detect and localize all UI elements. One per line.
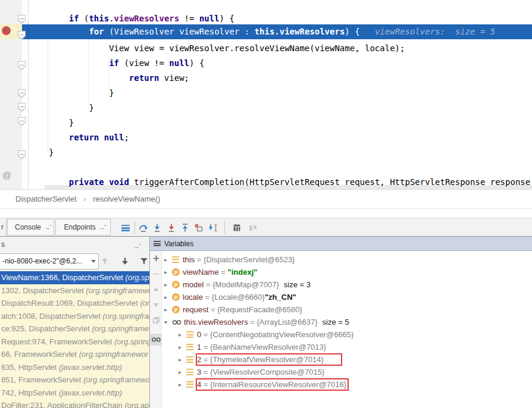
code-line: return view; (49, 73, 189, 84)
equals-sign: = (219, 268, 228, 277)
variable-row[interactable]: ▸plocale = {Locale@6660}"zh_CN" (162, 291, 532, 303)
breakpoint-icon[interactable] (2, 26, 11, 35)
stack-frame-row[interactable]: DispatchResult:1069, DispatcherServlet (… (0, 297, 149, 310)
chevron-icon[interactable]: ▸ (179, 331, 186, 338)
chevron-icon[interactable]: ▸ (179, 369, 186, 375)
chevron-icon[interactable]: ▾ (164, 319, 172, 325)
chevron-icon[interactable]: ▸ (179, 381, 186, 388)
variable-row[interactable]: ▸0 = {ContentNegotiatingViewResolver@666… (162, 328, 532, 341)
stack-frame-row[interactable]: ce:925, DispatcherServlet (org.springfra… (0, 322, 149, 335)
variables-menu-icon[interactable] (154, 241, 161, 246)
variable-name: 3 (197, 368, 201, 376)
move-up-button[interactable] (151, 284, 161, 294)
variable-row[interactable]: ▸prequest = {RequestFacade@6580} (162, 303, 532, 316)
add-watch-button[interactable] (151, 253, 161, 263)
pin-icon (99, 224, 106, 231)
code-line: } (49, 147, 54, 158)
variable-row[interactable]: ▸pmodel = {ModelMap@7007}size = 3 (162, 278, 532, 291)
tab-console[interactable]: Console (7, 219, 54, 236)
fold-marker-icon[interactable] (18, 103, 26, 112)
stack-frame-row[interactable]: 635, HttpServlet (javax.servlet.http) (0, 361, 149, 374)
tab-debugger-partial[interactable]: r (0, 219, 7, 236)
code-editor[interactable]: @ if (this.viewResolvers != null) { for … (0, 0, 532, 189)
stack-frame-row[interactable]: atch:1008, DispatcherServlet (org.spring… (0, 310, 149, 323)
tab-endpoints[interactable]: Endpoints (55, 219, 111, 236)
duplicate-button[interactable] (151, 315, 161, 325)
run-to-cursor-button[interactable] (208, 222, 218, 233)
stack-frame-row[interactable]: 1302, DispatcherServlet (org.springframe… (0, 284, 149, 297)
layout-settings-button[interactable] (248, 222, 258, 233)
variable-name: 2 (197, 355, 201, 364)
remove-watch-button[interactable] (151, 269, 161, 278)
step-out-icon (180, 223, 190, 233)
code-line: return null; (49, 132, 129, 143)
variable-row[interactable]: ▸2 = {ThymeleafViewResolver@7014} (162, 353, 532, 366)
breadcrumb-method[interactable]: resolveViewName() (93, 194, 160, 203)
fold-marker-icon[interactable] (18, 31, 26, 40)
drop-frame-button[interactable] (193, 222, 204, 233)
variable-row[interactable]: ▸this = {DispatcherServlet@6523} (162, 253, 532, 266)
variable-name: this.viewResolvers (184, 318, 248, 327)
step-into-button[interactable] (152, 222, 162, 233)
stack-frame-row[interactable]: 66, FrameworkServlet (org.springframewor (0, 348, 149, 361)
stack-frame-row[interactable]: ViewName:1366, DispatcherServlet (org.sp… (0, 271, 149, 284)
tab-endpoints-label: Endpoints (64, 223, 95, 231)
step-over-button[interactable] (138, 222, 149, 233)
force-step-into-icon (167, 223, 176, 233)
variable-size: size = 5 (323, 318, 349, 327)
fold-marker-icon[interactable] (18, 89, 26, 98)
duplicate-icon (152, 316, 160, 324)
frames-panel-header: s (0, 237, 149, 252)
equals-sign: = (248, 318, 257, 327)
move-down-button[interactable] (151, 300, 161, 309)
step-out-button[interactable] (180, 222, 190, 233)
thread-dropdown[interactable]: -nio-8080-exec-2"@6,2... (0, 253, 99, 269)
chevron-icon[interactable]: ▸ (164, 306, 172, 313)
breadcrumb-class[interactable]: DispatcherServlet (15, 194, 77, 203)
move-down-icon (152, 301, 160, 309)
equals-sign: = (208, 305, 217, 314)
move-frame-down-button[interactable] (120, 256, 131, 267)
code-line: } (49, 102, 94, 114)
chevron-icon[interactable]: ▸ (164, 269, 172, 275)
grid-view-icon (232, 223, 242, 233)
step-over-icon (139, 223, 148, 233)
stack-frame-row[interactable]: Request:974, FrameworkServlet (org.sprin… (0, 335, 149, 349)
move-frame-up-button[interactable] (100, 256, 111, 267)
variable-value: {Locale@6660} (212, 293, 265, 302)
stack-frame-row[interactable]: 742, HttpServlet (javax.servlet.http) (0, 387, 149, 400)
fold-marker-icon[interactable] (18, 117, 26, 126)
chevron-icon[interactable]: ▸ (164, 281, 172, 288)
frames-header-label: s (1, 240, 5, 249)
grid-view-button[interactable] (231, 222, 242, 233)
layout-settings-icon (248, 223, 258, 233)
filter-frames-button[interactable] (139, 256, 150, 267)
fold-marker-icon[interactable] (18, 150, 26, 159)
fold-marker-icon[interactable] (18, 61, 26, 70)
frames-list[interactable]: ViewName:1366, DispatcherServlet (org.sp… (0, 271, 149, 408)
frames-panel: s -nio-8080-exec-2"@6,2... ViewName:1366… (0, 237, 149, 408)
variable-row[interactable]: ▾this.viewResolvers = {ArrayList@6637}si… (162, 316, 532, 328)
variable-value: {ModelMap@7007} (212, 280, 279, 289)
hamburger-icon[interactable] (120, 222, 131, 233)
remove-watch-icon (152, 270, 160, 278)
show-watches-toggle[interactable] (150, 334, 162, 346)
equals-sign: = (201, 380, 210, 389)
variable-row[interactable]: ▸4 = {InternalResourceViewResolver@7016} (162, 378, 532, 391)
chevron-icon[interactable]: ▸ (179, 356, 186, 363)
indent-guide (48, 39, 48, 153)
variable-row[interactable]: ▸1 = {BeanNameViewResolver@7013} (162, 341, 532, 353)
chevron-icon[interactable]: ▸ (164, 256, 172, 263)
variables-tree[interactable]: ▸this = {DispatcherServlet@6523}▸pviewNa… (162, 251, 532, 408)
chevron-icon[interactable]: ▸ (164, 294, 172, 300)
code-line: View view = viewResolver.resolveViewName… (49, 43, 405, 54)
equals-sign: = (204, 280, 212, 289)
variable-row[interactable]: ▸3 = {ViewResolverComposite@7015} (162, 366, 532, 378)
force-step-into-button[interactable] (166, 222, 177, 233)
stack-frame-row[interactable]: DoFilter:231, ApplicationFilterChain (or… (0, 399, 149, 408)
fold-marker-icon[interactable] (18, 15, 26, 24)
stack-frame-row[interactable]: 851, FrameworkServlet (org.springframewo (0, 374, 149, 387)
thread-dropdown-value: -nio-8080-exec-2"@6,2... (2, 257, 82, 265)
variable-row[interactable]: ▸pviewName = "indexj" (162, 266, 532, 278)
chevron-icon[interactable]: ▸ (179, 344, 186, 350)
